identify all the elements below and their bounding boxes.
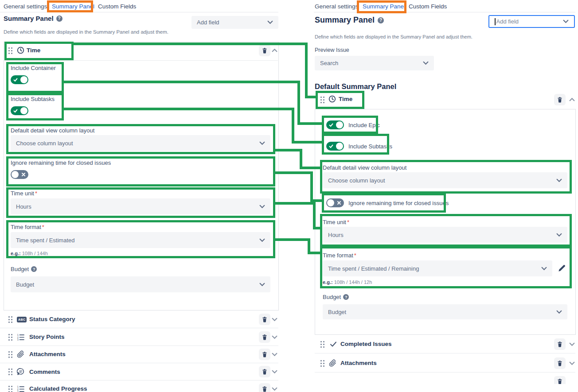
expand-chevron-icon[interactable] xyxy=(272,318,277,322)
expand-chevron-icon[interactable] xyxy=(272,370,277,374)
check-icon xyxy=(13,78,18,82)
ignore-remaining-toggle[interactable] xyxy=(326,198,344,207)
help-icon[interactable]: ? xyxy=(31,266,37,272)
field-row-label: Completed Issues xyxy=(340,341,392,347)
include-epic-toggle[interactable] xyxy=(326,120,344,129)
connector-line xyxy=(308,252,321,254)
ignore-remaining-toggle[interactable] xyxy=(11,170,28,179)
add-field-select[interactable]: Add field xyxy=(488,15,575,28)
comment-icon xyxy=(17,368,25,376)
include-subtasks-toggle[interactable] xyxy=(326,142,344,151)
drag-handle-icon[interactable] xyxy=(8,334,13,341)
drag-handle-icon[interactable] xyxy=(320,96,325,104)
chevron-down-icon xyxy=(259,283,265,287)
connector-line xyxy=(275,171,313,174)
time-format-select[interactable]: Time spent / Estimated xyxy=(11,232,270,248)
drag-handle-icon[interactable] xyxy=(8,385,13,392)
paperclip-icon xyxy=(329,359,336,367)
tab-summary-panel[interactable]: Summary Panel xyxy=(363,3,405,10)
column-layout-select[interactable]: Choose column layout xyxy=(11,135,270,151)
delete-button[interactable] xyxy=(259,383,270,392)
page-description: Define which fields are displayed in the… xyxy=(4,29,168,35)
delete-button[interactable] xyxy=(259,366,270,377)
drag-handle-icon[interactable] xyxy=(8,47,13,54)
svg-text:3: 3 xyxy=(17,390,19,392)
connector-line xyxy=(292,108,294,144)
drag-handle-icon[interactable] xyxy=(8,316,13,323)
tab-general-settings[interactable]: General settings xyxy=(4,3,47,10)
row-divider xyxy=(0,345,278,346)
delete-button[interactable] xyxy=(259,349,270,360)
panel-header-divider xyxy=(4,60,278,61)
toggle-knob xyxy=(336,121,343,128)
collapse-chevron-icon[interactable] xyxy=(569,97,575,101)
preview-issue-select[interactable]: Search xyxy=(315,56,434,70)
drag-handle-icon[interactable] xyxy=(8,368,13,376)
delete-button[interactable] xyxy=(259,331,270,343)
chevron-down-icon xyxy=(259,205,265,209)
add-field-select[interactable]: Add field xyxy=(191,16,278,29)
chevron-down-icon xyxy=(259,141,265,145)
drag-handle-icon[interactable] xyxy=(320,341,325,348)
help-icon[interactable]: ? xyxy=(378,17,384,23)
expand-chevron-icon[interactable] xyxy=(272,335,277,339)
preview-issue-label: Preview Issue xyxy=(315,47,349,53)
delete-button[interactable] xyxy=(554,376,566,384)
expand-chevron-icon[interactable] xyxy=(272,353,277,357)
include-subtasks-label: Include Subtasks xyxy=(11,96,55,102)
required-marker: * xyxy=(354,252,356,259)
budget-select[interactable]: Budget xyxy=(11,276,270,292)
trash-icon xyxy=(557,341,563,348)
drag-handle-icon[interactable] xyxy=(8,351,13,358)
field-row-label: Comments xyxy=(29,369,60,375)
time-format-example: e.g.: 108h / 144h / 12h xyxy=(323,279,372,285)
edit-pencil-icon[interactable] xyxy=(558,264,566,272)
delete-button[interactable] xyxy=(554,338,566,350)
delete-button[interactable] xyxy=(259,314,270,325)
field-row-label: Status Category xyxy=(29,316,75,322)
row-divider xyxy=(315,353,575,353)
toggle-knob xyxy=(336,143,343,150)
drag-handle-icon[interactable] xyxy=(320,360,325,367)
connector-line xyxy=(64,108,294,110)
column-layout-select[interactable]: Choose column layout xyxy=(323,172,567,188)
chevron-down-icon xyxy=(259,238,265,242)
time-format-select[interactable]: Time spent / Estimated / Remaining xyxy=(323,260,552,276)
collapse-chevron-icon[interactable] xyxy=(272,48,277,52)
include-container-toggle[interactable] xyxy=(11,75,28,84)
delete-button[interactable] xyxy=(554,357,566,369)
tab-general-settings[interactable]: General settings xyxy=(315,3,358,10)
page-title: Summary Panel ? xyxy=(315,16,384,25)
cross-icon xyxy=(21,172,26,177)
panel-title: Time xyxy=(339,96,352,102)
field-row-label: Attachments xyxy=(340,360,377,366)
time-unit-select[interactable]: Hours xyxy=(323,227,567,243)
time-format-label: Time format* xyxy=(11,224,44,230)
include-subtasks-toggle[interactable] xyxy=(11,106,28,115)
connector-line xyxy=(310,171,313,202)
checkmark-icon xyxy=(330,341,337,347)
tab-summary-panel[interactable]: Summary Panel xyxy=(52,3,94,10)
help-icon[interactable]: ? xyxy=(343,294,349,300)
clock-icon xyxy=(328,95,336,103)
chevron-down-icon xyxy=(556,233,562,237)
include-container-label: Include Container xyxy=(11,65,56,71)
connector-line xyxy=(313,202,316,229)
check-icon xyxy=(329,144,333,148)
trash-icon xyxy=(557,97,563,103)
tab-custom-fields[interactable]: Custom Fields xyxy=(409,3,447,10)
trash-icon xyxy=(557,378,563,384)
delete-button[interactable] xyxy=(554,94,566,105)
budget-select[interactable]: Budget xyxy=(323,304,567,319)
page-title: Summary Panel ? xyxy=(4,15,62,22)
expand-chevron-icon[interactable] xyxy=(569,361,575,365)
delete-button[interactable] xyxy=(259,45,270,56)
time-unit-select[interactable]: Hours xyxy=(11,198,270,214)
ignore-remaining-label: Ignore remaining time for closed issues xyxy=(11,159,111,166)
expand-chevron-icon[interactable] xyxy=(569,342,575,346)
expand-chevron-icon[interactable] xyxy=(272,387,277,391)
abc-badge-icon: ABC xyxy=(17,317,27,322)
connector-line xyxy=(275,238,310,241)
help-icon[interactable]: ? xyxy=(56,16,62,22)
tab-custom-fields[interactable]: Custom Fields xyxy=(98,3,136,10)
